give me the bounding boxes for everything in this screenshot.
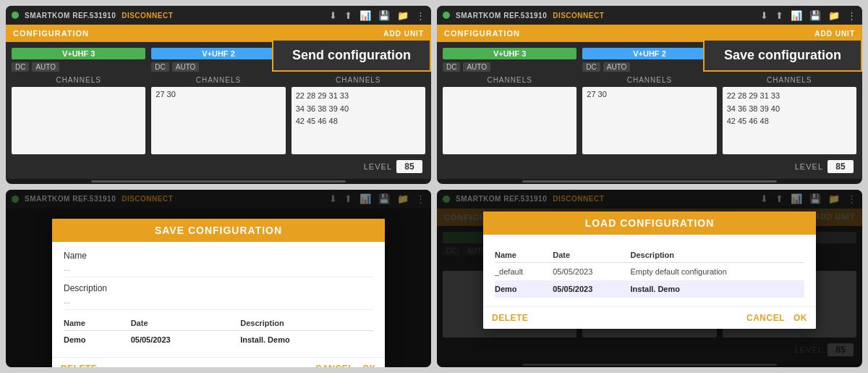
name-field-value[interactable]: ...: [64, 262, 373, 277]
table-row-demo[interactable]: Demo 05/05/2023 Install. Demo: [495, 280, 804, 298]
dc-btn-5[interactable]: DC: [582, 62, 600, 72]
level-value: 85: [396, 160, 422, 173]
save-delete-button[interactable]: DELETE: [61, 364, 97, 368]
row-demo-name: Demo: [495, 280, 553, 298]
table-row[interactable]: Demo 05/05/2023 Install. Demo: [64, 330, 373, 348]
connection-indicator: [12, 12, 19, 19]
level-row-2: LEVEL 85: [443, 160, 856, 173]
send-config-overlay[interactable]: Send configuration: [272, 39, 431, 72]
scrollbar: [91, 180, 346, 183]
load-header-date: Date: [553, 248, 630, 263]
channels-box-5[interactable]: 27 30: [582, 87, 716, 154]
chart-icon-2[interactable]: 📊: [791, 10, 802, 21]
save-config-table: Name Date Description Demo 05/05/2023 In…: [64, 316, 373, 348]
row-name: Demo: [64, 330, 131, 348]
channels-label-4: CHANNELS: [443, 76, 576, 84]
save-cancel-button[interactable]: CANCEL: [315, 364, 354, 368]
config-bar-label-2: CONFIGURATION: [444, 29, 520, 38]
table-header-date: Date: [131, 316, 241, 331]
channel-name-4: V+UHF 3: [443, 48, 576, 59]
channels-box-2[interactable]: 27 30: [151, 87, 285, 154]
save-icon-2[interactable]: 💾: [809, 10, 821, 21]
channel-block-5: V+UHF 2 DC AUTO CHANNELS 27 30: [582, 48, 716, 154]
row-demo-desc: Install. Demo: [631, 280, 804, 298]
folder-icon-2[interactable]: 📁: [828, 10, 840, 21]
panel-top-right: SMARTKOM REF.531910 DISCONNECT ⬇ ⬆ 📊 💾 📁…: [437, 6, 862, 184]
save-config-overlay[interactable]: Save configuration: [703, 39, 862, 72]
row-date: 05/05/2023: [131, 330, 241, 348]
row-demo-date: 05/05/2023: [553, 280, 630, 298]
channel-header-1: V+UHF 3: [12, 48, 145, 59]
download-icon-2[interactable]: ⬇: [760, 10, 768, 21]
table-header-name: Name: [64, 316, 131, 331]
table-row-default[interactable]: _default 05/05/2023 Empty default config…: [495, 262, 804, 280]
load-modal-overlay: LOAD CONFIGURATION Name Date Description…: [437, 190, 862, 368]
save-icon[interactable]: 💾: [378, 10, 390, 21]
channel-name-5: V+UHF 2: [582, 48, 716, 59]
channels-label-5: CHANNELS: [582, 76, 716, 84]
download-icon[interactable]: ⬇: [329, 10, 337, 21]
channels-box-3[interactable]: 22 28 29 31 3334 36 38 39 4042 45 46 48: [292, 87, 425, 154]
auto-btn-2[interactable]: AUTO: [172, 62, 200, 72]
connection-indicator-2: [443, 12, 450, 19]
load-header-name: Name: [495, 248, 553, 263]
panel-top-left: SMARTKOM REF.531910 DISCONNECT ⬇ ⬆ 📊 💾 📁…: [6, 6, 431, 184]
load-header-desc: Description: [631, 248, 804, 263]
topbar-top-right: SMARTKOM REF.531910 DISCONNECT ⬇ ⬆ 📊 💾 📁…: [437, 6, 862, 25]
device-title-2: SMARTKOM REF.531910: [456, 12, 547, 20]
auto-btn-5[interactable]: AUTO: [603, 62, 631, 72]
channels-box-1[interactable]: [12, 87, 145, 154]
channel-block-2: V+UHF 2 DC AUTO CHANNELS 27 30: [151, 48, 285, 154]
topbar-icons-2: ⬇ ⬆ 📊 💾 📁 ⋮: [760, 10, 856, 21]
chart-icon[interactable]: 📊: [359, 10, 371, 21]
panel-bottom-right: SMARTKOM REF.531910 DISCONNECT ⬇ ⬆ 📊 💾 📁…: [437, 190, 862, 368]
dc-btn-2[interactable]: DC: [151, 62, 169, 72]
channels-box-4[interactable]: [443, 87, 576, 154]
load-ok-button[interactable]: OK: [793, 313, 807, 323]
disconnect-button[interactable]: DISCONNECT: [122, 12, 173, 20]
channel-block-1: V+UHF 3 DC AUTO CHANNELS: [12, 48, 145, 154]
folder-icon[interactable]: 📁: [397, 10, 409, 21]
save-modal-title: SAVE CONFIGURATION: [52, 219, 385, 242]
table-header-desc: Description: [240, 316, 373, 331]
load-cancel-button[interactable]: CANCEL: [746, 313, 785, 323]
row-default-name: _default: [495, 262, 553, 280]
save-ok-button[interactable]: OK: [362, 364, 376, 368]
channel-name-1: V+UHF 3: [12, 48, 145, 59]
channels-label-2: CHANNELS: [151, 76, 285, 84]
dc-auto-5: DC AUTO: [582, 62, 716, 72]
channels-label-3: CHANNELS: [292, 76, 425, 84]
channel-header-2: V+UHF 2: [151, 48, 285, 59]
device-title: SMARTKOM REF.531910: [25, 12, 116, 20]
load-modal-body: Name Date Description _default 05/05/202…: [483, 235, 816, 306]
auto-btn-1[interactable]: AUTO: [32, 62, 59, 72]
dc-auto-1: DC AUTO: [12, 62, 145, 72]
channel-header-5: V+UHF 2: [582, 48, 716, 59]
more-icon-2[interactable]: ⋮: [847, 10, 856, 21]
add-unit-label[interactable]: ADD UNIT: [383, 30, 424, 38]
row-default-desc: Empty default configuration: [631, 262, 804, 280]
desc-field-value[interactable]: ...: [64, 295, 373, 310]
load-delete-button[interactable]: DELETE: [492, 313, 528, 323]
dc-btn-1[interactable]: DC: [12, 62, 29, 72]
add-unit-label-2[interactable]: ADD UNIT: [814, 30, 855, 38]
save-modal-body: Name ... Description ... Name Date Descr…: [52, 242, 385, 357]
level-label-2: LEVEL: [795, 162, 823, 171]
upload-icon[interactable]: ⬆: [344, 10, 352, 21]
upload-icon-2[interactable]: ⬆: [775, 10, 783, 21]
save-modal-overlay: SAVE CONFIGURATION Name ... Description …: [6, 190, 431, 368]
name-field-label: Name: [64, 251, 373, 261]
auto-btn-4[interactable]: AUTO: [463, 62, 490, 72]
dc-btn-4[interactable]: DC: [443, 62, 460, 72]
dc-auto-4: DC AUTO: [443, 62, 576, 72]
more-icon[interactable]: ⋮: [416, 10, 425, 21]
channels-label-1: CHANNELS: [12, 76, 145, 84]
channels-box-6[interactable]: 22 28 29 31 3334 36 38 39 4042 45 46 48: [723, 87, 856, 154]
level-row: LEVEL 85: [12, 160, 425, 173]
disconnect-button-2[interactable]: DISCONNECT: [553, 12, 604, 20]
panel-bottom-left: SMARTKOM REF.531910 DISCONNECT ⬇ ⬆ 📊 💾 📁…: [6, 190, 431, 368]
channel-header-4: V+UHF 3: [443, 48, 576, 59]
load-config-dialog: LOAD CONFIGURATION Name Date Description…: [483, 211, 816, 329]
channel-block-4: V+UHF 3 DC AUTO CHANNELS: [443, 48, 576, 154]
level-label: LEVEL: [364, 162, 392, 171]
